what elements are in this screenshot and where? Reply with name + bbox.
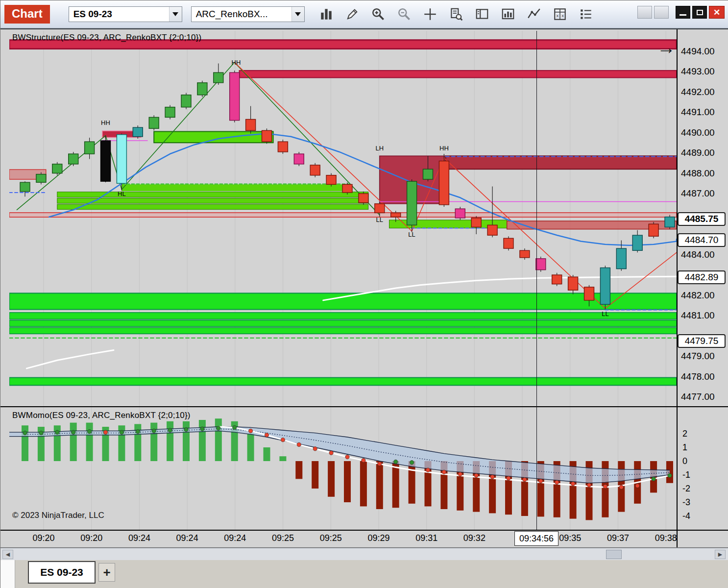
inactive-window-button[interactable] (637, 6, 652, 19)
momo-dot (72, 430, 75, 434)
price-tick: 4477.00 (681, 392, 715, 402)
price-marker-badge: 4482.89 (678, 270, 726, 284)
scroll-right-arrow-icon[interactable]: ▶ (715, 550, 726, 559)
candle-body (294, 154, 304, 164)
chart-style-icon[interactable] (317, 5, 335, 23)
candle-body (246, 120, 256, 131)
right-arrow-marker: → (657, 37, 676, 58)
copyright-notice: © 2023 NinjaTrader, LLC (12, 511, 104, 520)
momo-dot (571, 482, 575, 486)
momo-dot (329, 451, 333, 455)
time-label: 09:31 (415, 533, 437, 543)
price-tick: 4481.00 (681, 310, 715, 321)
crosshair-time-label: 09:34:56 (514, 531, 558, 546)
candle-body (649, 224, 658, 236)
time-label: 09:25 (320, 533, 342, 543)
candle-body (117, 135, 126, 184)
momo-dot (539, 479, 543, 483)
momo-dot (248, 429, 252, 433)
momo-dot (555, 480, 559, 484)
momo-dot (345, 455, 349, 459)
time-axis[interactable]: 09:2009:2009:2409:2409:2409:2509:2509:29… (0, 531, 677, 547)
momo-dot (136, 430, 140, 434)
bwstructure-indicator-label: BWStructure(ES 09-23, ARC_RenkoBXT {2;0;… (12, 33, 201, 43)
candle-body (439, 161, 449, 205)
candle-body (181, 95, 191, 107)
window-controls: ✕ (637, 6, 725, 19)
swing-label: HL (118, 190, 126, 197)
minimize-button[interactable] (676, 6, 690, 19)
momo-bar (409, 461, 415, 504)
indicator-window-icon[interactable] (499, 5, 517, 23)
momo-bar (70, 423, 77, 461)
candle-body (101, 141, 111, 181)
candle-body (665, 217, 675, 227)
candle-body (69, 154, 78, 164)
data-box-icon[interactable]: xx (551, 5, 569, 23)
candle-body (471, 218, 481, 227)
momo-dot (507, 476, 510, 480)
momo-dot (233, 425, 237, 429)
time-label: 09:25 (272, 533, 294, 543)
swing-label: LL (376, 216, 383, 223)
price-chart-panel[interactable]: HHHLHHLHHHLLLLLL→ (9, 31, 677, 406)
chevron-down-icon[interactable] (169, 7, 182, 22)
momo-dot (184, 427, 188, 431)
zoom-in-icon[interactable] (369, 5, 387, 23)
data-series-icon[interactable] (525, 5, 543, 23)
price-tick: 4493.00 (681, 66, 715, 77)
momo-bar (150, 423, 157, 461)
momo-bar (167, 421, 173, 461)
horizontal-scrollbar[interactable]: ◀ ▶ (0, 548, 728, 560)
momo-dot (55, 430, 59, 434)
panel-separator[interactable] (0, 406, 728, 407)
chart-window-tab[interactable]: Chart (4, 5, 50, 24)
candle-body (504, 238, 513, 248)
series-type-selector[interactable]: ARC_RenkoBX... (191, 6, 305, 22)
momo-dot (523, 478, 527, 482)
inactive-window-button[interactable] (654, 6, 669, 19)
instrument-selector[interactable]: ES 09-23 (69, 6, 182, 22)
properties-list-icon[interactable] (577, 5, 595, 23)
zoom-out-icon[interactable] (395, 5, 413, 23)
momo-bar (360, 461, 367, 506)
price-marker-badge: 4484.70 (678, 233, 726, 247)
candle-body (423, 169, 433, 179)
candle-body (278, 142, 288, 152)
close-button[interactable]: ✕ (709, 6, 725, 19)
price-tick: 4482.00 (681, 290, 715, 301)
crosshair-icon[interactable] (421, 5, 439, 23)
momentum-indicator-panel[interactable] (9, 407, 677, 530)
time-label: 09:32 (463, 533, 485, 543)
scroll-left-arrow-icon[interactable]: ◀ (2, 550, 13, 559)
time-label: 09:24 (176, 533, 198, 543)
toolbar-separator (0, 28, 728, 29)
momo-dot (378, 462, 382, 466)
momo-dot (442, 470, 446, 474)
series-type-selector-value: ARC_RenkoBX... (196, 9, 268, 20)
panels-icon[interactable] (473, 5, 491, 23)
momo-dot (635, 484, 639, 488)
new-tab-button[interactable]: + (98, 563, 115, 582)
swing-label: LL (408, 231, 415, 238)
chart-trader-icon[interactable] (447, 5, 465, 23)
maximize-button[interactable] (692, 6, 707, 19)
momo-bar (328, 461, 335, 497)
momo-bar (247, 434, 254, 461)
momo-bar (264, 447, 270, 461)
candle-body (407, 181, 417, 225)
swing-label: LL (602, 310, 608, 318)
momo-dot (168, 428, 172, 432)
swing-label: LH (375, 145, 384, 152)
momo-bar (295, 461, 302, 479)
bwmomo-indicator-label: BWMomo(ES 09-23, ARC_RenkoBXT {2;0;10}) (12, 411, 191, 420)
scrollbar-thumb[interactable] (606, 550, 622, 559)
price-tick: 4490.00 (681, 127, 715, 138)
tab-es-09-23[interactable]: ES 09-23 (28, 561, 96, 584)
swing-label: HH (232, 59, 241, 66)
draw-pencil-icon[interactable] (343, 5, 361, 23)
momo-dot (87, 430, 91, 434)
instrument-selector-value: ES 09-23 (73, 9, 112, 20)
candle-body (632, 235, 642, 250)
chevron-down-icon[interactable] (291, 7, 304, 22)
